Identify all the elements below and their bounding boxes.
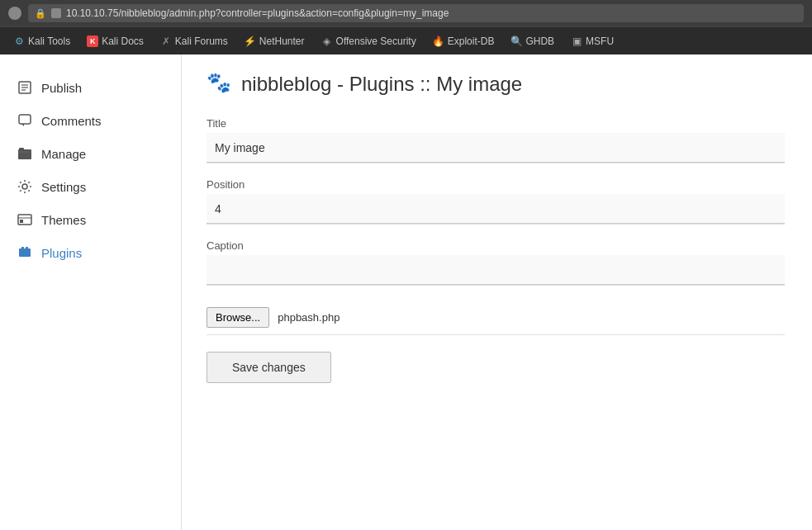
title-label: Title (207, 117, 785, 130)
page-title-row: 🐾 nibbleblog - Plugins :: My image (207, 71, 787, 97)
bookmark-msfu[interactable]: ▣ MSFU (564, 32, 620, 50)
manage-icon (17, 145, 33, 162)
msfu-label: MSFU (586, 35, 614, 47)
url-text: 10.10.10.75/nibbleblog/admin.php?control… (66, 7, 449, 19)
address-bar[interactable]: 🔒 10.10.10.75/nibbleblog/admin.php?contr… (28, 4, 804, 22)
exploit-db-label: Exploit-DB (448, 35, 495, 47)
kali-tools-label: Kali Tools (28, 35, 70, 47)
kali-docs-label: Kali Docs (102, 35, 144, 47)
kali-tools-icon: ⚙ (13, 35, 25, 47)
themes-label: Themes (41, 213, 86, 227)
sidebar: Publish Comments Manage (0, 54, 182, 530)
exploit-db-icon: 🔥 (433, 35, 444, 47)
bookmark-kali-tools[interactable]: ⚙ Kali Tools (7, 32, 77, 50)
publish-icon (17, 79, 33, 96)
kali-forums-label: Kali Forums (175, 35, 228, 47)
nethunter-label: NetHunter (259, 35, 305, 47)
bookmark-kali-forums[interactable]: ✗ Kali Forums (154, 32, 235, 50)
msfu-icon: ▣ (571, 35, 582, 47)
publish-label: Publish (41, 81, 82, 95)
save-button[interactable]: Save changes (207, 352, 331, 383)
position-input[interactable] (207, 194, 785, 224)
bookmark-nethunter[interactable]: ⚡ NetHunter (238, 32, 311, 50)
main-content: 🐾 nibbleblog - Plugins :: My image Title… (182, 54, 812, 530)
caption-input-wrapper (207, 255, 785, 286)
title-input-wrapper (207, 133, 785, 163)
ghdb-icon: 🔍 (510, 35, 522, 47)
bookmark-exploit-db[interactable]: 🔥 Exploit-DB (426, 32, 501, 50)
svg-rect-12 (19, 248, 31, 257)
title-bar: 🔒 10.10.10.75/nibbleblog/admin.php?contr… (0, 0, 812, 26)
page-title-icon: 🐾 (207, 71, 233, 97)
caption-form-group: Caption (207, 239, 785, 286)
caption-label: Caption (207, 239, 785, 252)
manage-label: Manage (41, 147, 86, 161)
sidebar-item-manage[interactable]: Manage (0, 137, 181, 170)
bookmark-ghdb[interactable]: 🔍 GHDB (504, 32, 561, 50)
favicon (51, 8, 61, 18)
nethunter-icon: ⚡ (245, 35, 256, 47)
file-row: Browse... phpbash.php (207, 300, 785, 335)
browser-icon (8, 7, 21, 20)
file-name: phpbash.php (278, 311, 340, 324)
position-form-group: Position (207, 178, 785, 225)
title-input[interactable] (207, 133, 785, 163)
comments-icon (17, 112, 33, 129)
offensive-security-icon: ◈ (321, 35, 333, 47)
sidebar-item-plugins[interactable]: Plugins (0, 236, 181, 269)
svg-rect-14 (26, 247, 28, 249)
svg-rect-4 (19, 115, 31, 124)
svg-rect-11 (20, 220, 23, 223)
bookmark-kali-docs[interactable]: K Kali Docs (80, 32, 150, 50)
bookmarks-bar: ⚙ Kali Tools K Kali Docs ✗ Kali Forums ⚡… (0, 26, 812, 54)
svg-rect-13 (21, 247, 24, 249)
bookmark-offensive-security[interactable]: ◈ Offensive Security (315, 32, 423, 50)
offensive-security-label: Offensive Security (336, 35, 416, 47)
themes-icon (17, 211, 33, 228)
svg-marker-5 (21, 124, 24, 126)
svg-rect-7 (19, 148, 24, 150)
lock-icon: 🔒 (35, 8, 46, 19)
caption-input[interactable] (207, 255, 785, 285)
svg-point-8 (22, 184, 27, 189)
settings-icon (17, 178, 33, 195)
svg-rect-6 (18, 149, 31, 159)
sidebar-item-themes[interactable]: Themes (0, 203, 181, 236)
sidebar-item-comments[interactable]: Comments (0, 104, 181, 137)
position-input-wrapper (207, 194, 785, 225)
comments-label: Comments (41, 114, 102, 128)
page-wrapper: Publish Comments Manage (0, 54, 812, 530)
sidebar-item-publish[interactable]: Publish (0, 71, 181, 104)
kali-docs-icon: K (87, 35, 98, 47)
plugins-icon (17, 244, 33, 261)
settings-label: Settings (41, 180, 86, 194)
kali-forums-icon: ✗ (160, 35, 172, 47)
title-form-group: Title (207, 117, 785, 163)
page-title: nibbleblog - Plugins :: My image (241, 73, 522, 96)
ghdb-label: GHDB (525, 35, 554, 47)
position-label: Position (207, 178, 785, 191)
sidebar-item-settings[interactable]: Settings (0, 170, 181, 203)
browse-button[interactable]: Browse... (207, 307, 269, 328)
browser-chrome: 🔒 10.10.10.75/nibbleblog/admin.php?contr… (0, 0, 812, 54)
plugins-label: Plugins (41, 246, 82, 260)
